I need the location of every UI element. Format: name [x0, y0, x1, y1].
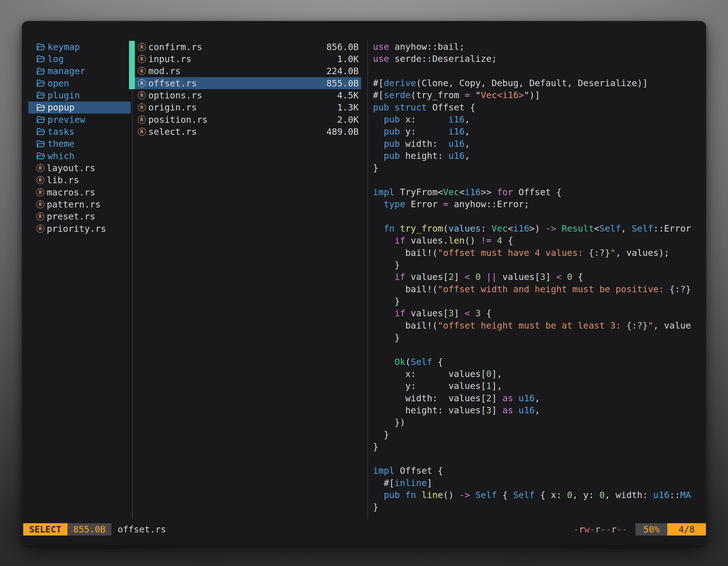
sidebar-item-open[interactable]: open — [28, 77, 131, 89]
code-line: } — [373, 332, 705, 344]
cursor-position-badge: 4/8 — [667, 523, 706, 536]
code-line: pub y: i16, — [373, 126, 705, 138]
sidebar-item-priority-rs[interactable]: Rpriority.rs — [28, 223, 131, 235]
sidebar-item-log[interactable]: log — [28, 53, 131, 65]
rust-file-icon: R — [138, 43, 146, 51]
sidebar-item-label: plugin — [48, 90, 80, 101]
file-preview-pane: use anyhow::bail;use serde::Deserialize;… — [373, 41, 705, 513]
sidebar-item-label: keymap — [48, 42, 80, 52]
code-line: #[serde(try_from = "Vec<i16>")] — [373, 89, 705, 101]
pane-separator-right — [367, 40, 368, 519]
sidebar-item-layout-rs[interactable]: Rlayout.rs — [28, 162, 131, 174]
folder-icon — [36, 79, 46, 88]
code-line: bail!("offset height must be at least 3:… — [373, 319, 705, 332]
folder-icon — [36, 91, 46, 100]
sidebar-item-label: pattern.rs — [47, 199, 101, 210]
rust-file-icon: R — [36, 188, 44, 197]
folder-icon — [36, 152, 46, 160]
sidebar-item-keymap[interactable]: keymap — [28, 41, 131, 53]
sidebar-item-which[interactable]: which — [28, 150, 131, 162]
sidebar-item-label: preview — [48, 114, 85, 125]
code-line: width: values[2] as u16, — [373, 392, 705, 404]
pane-separator-left — [132, 40, 133, 519]
sidebar-item-pattern-rs[interactable]: Rpattern.rs — [28, 198, 131, 210]
file-manager-window: keymaplogmanageropenpluginpopuppreviewta… — [22, 21, 706, 545]
rust-file-icon: R — [138, 91, 146, 100]
code-line — [373, 453, 705, 465]
code-line: } — [373, 429, 705, 441]
selected-size-badge: 855.0B — [67, 523, 112, 536]
code-line — [373, 65, 705, 77]
file-name: confirm.rs — [148, 42, 202, 52]
scroll-percent-badge: 50% — [635, 523, 667, 536]
file-row-origin-rs[interactable]: Rorigin.rs1.3K — [135, 102, 361, 114]
sidebar-item-label: preset.rs — [47, 211, 95, 222]
current-directory-pane: Rconfirm.rs856.0BRinput.rs1.0KRmod.rs224… — [135, 41, 361, 138]
rust-file-icon: R — [138, 67, 146, 75]
file-row-position-rs[interactable]: Rposition.rs2.0K — [135, 114, 361, 126]
sidebar-item-label: priority.rs — [47, 224, 106, 234]
status-spacer — [166, 523, 574, 536]
sidebar-item-tasks[interactable]: tasks — [28, 126, 131, 138]
sidebar-item-popup[interactable]: popup — [28, 102, 131, 114]
file-name: origin.rs — [148, 102, 197, 113]
code-line: bail!("offset width and height must be p… — [373, 283, 705, 295]
code-line: fn try_from(values: Vec<i16>) -> Result<… — [373, 223, 705, 235]
sidebar-item-preview[interactable]: preview — [28, 114, 131, 126]
rust-file-icon: R — [36, 164, 44, 172]
desktop-background: keymaplogmanageropenpluginpopuppreviewta… — [0, 0, 728, 566]
code-line: }) — [373, 416, 705, 428]
code-line: } — [373, 501, 705, 513]
file-name: mod.rs — [148, 66, 181, 76]
file-size: 855.0B — [326, 78, 359, 89]
code-line: impl Offset { — [373, 465, 705, 477]
sidebar-item-lib-rs[interactable]: Rlib.rs — [28, 174, 131, 186]
file-permissions: -rw-r--r-- — [574, 523, 628, 536]
folder-icon — [36, 55, 46, 63]
code-line: Ok(Self { — [373, 356, 705, 368]
code-line: height: values[3] as u16, — [373, 404, 705, 416]
folder-icon — [36, 67, 46, 76]
rust-file-icon: R — [138, 103, 146, 112]
sidebar-item-macros-rs[interactable]: Rmacros.rs — [28, 186, 131, 198]
sidebar-item-label: open — [48, 78, 69, 89]
sidebar-item-manager[interactable]: manager — [28, 65, 131, 77]
selection-marker-bar — [129, 41, 135, 89]
file-name: select.rs — [148, 126, 197, 137]
file-size: 1.0K — [337, 54, 359, 64]
file-row-input-rs[interactable]: Rinput.rs1.0K — [135, 53, 361, 65]
sidebar-item-preset-rs[interactable]: Rpreset.rs — [28, 211, 131, 223]
folder-icon — [36, 43, 46, 51]
rust-file-icon: R — [36, 225, 44, 233]
code-line: impl TryFrom<Vec<i16>> for Offset { — [373, 186, 705, 198]
file-size: 224.0B — [326, 66, 359, 76]
file-row-offset-rs[interactable]: Roffset.rs855.0B — [135, 77, 361, 89]
sidebar-item-label: macros.rs — [47, 187, 95, 198]
status-filename: offset.rs — [118, 523, 166, 536]
file-name: offset.rs — [148, 78, 197, 89]
rust-file-icon: R — [138, 79, 146, 88]
code-line: bail!("offset must have 4 values: {:?}",… — [373, 247, 705, 259]
code-line — [373, 174, 705, 186]
code-line: type Error = anyhow::Error; — [373, 198, 705, 210]
code-line: if values[2] < 0 || values[3] < 0 { — [373, 271, 705, 283]
code-line — [373, 344, 705, 356]
sidebar-item-label: tasks — [48, 126, 74, 137]
file-name: options.rs — [148, 90, 202, 101]
file-name: input.rs — [148, 54, 191, 64]
file-row-mod-rs[interactable]: Rmod.rs224.0B — [135, 65, 361, 77]
rust-file-icon: R — [36, 176, 44, 184]
file-size: 856.0B — [326, 42, 359, 52]
sidebar-item-theme[interactable]: theme — [28, 138, 131, 150]
code-line: } — [373, 259, 705, 271]
folder-icon — [36, 140, 46, 148]
file-row-select-rs[interactable]: Rselect.rs489.0B — [135, 126, 361, 138]
sidebar-item-label: layout.rs — [47, 163, 95, 173]
code-line: } — [373, 162, 705, 174]
rust-file-icon: R — [36, 200, 44, 209]
code-line: if values[3] < 3 { — [373, 307, 705, 319]
file-row-confirm-rs[interactable]: Rconfirm.rs856.0B — [135, 41, 361, 53]
file-row-options-rs[interactable]: Roptions.rs4.5K — [135, 89, 361, 101]
code-line: if values.len() != 4 { — [373, 235, 705, 247]
sidebar-item-plugin[interactable]: plugin — [28, 89, 131, 101]
